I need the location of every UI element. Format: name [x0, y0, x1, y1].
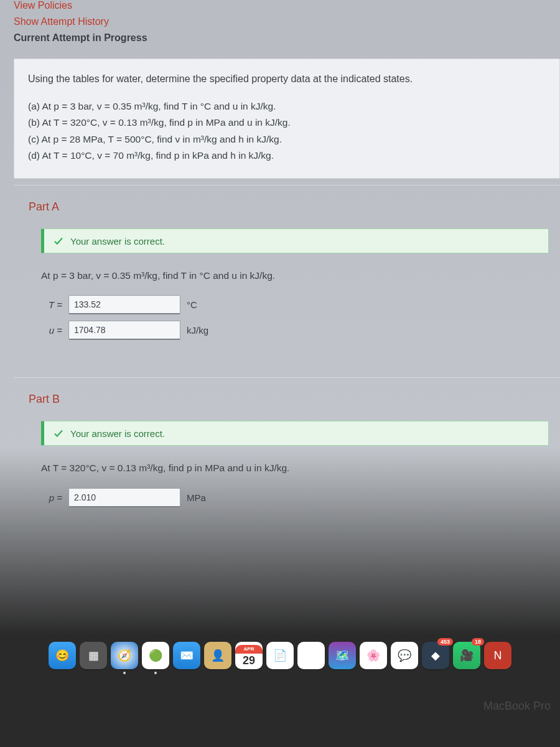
input-T[interactable]	[68, 295, 180, 314]
chrome-icon[interactable]: 🟢	[142, 642, 169, 669]
part-a-prompt: At p = 3 bar, v = 0.35 m³/kg, find T in …	[41, 268, 549, 283]
contacts-icon[interactable]: 👤	[204, 642, 231, 669]
var-label-u: u =	[41, 325, 62, 336]
calendar-month: APR	[235, 645, 263, 654]
part-a-row-u: u = kJ/kg	[41, 321, 549, 340]
unit-u: kJ/kg	[187, 325, 208, 336]
part-b-row-p: p = MPa	[41, 488, 549, 507]
question-intro: Using the tables for water, determine th…	[28, 72, 546, 87]
macbook-label: MacBook Pro	[483, 700, 551, 713]
show-attempt-link[interactable]: Show Attempt History	[14, 16, 548, 27]
question-line-b: (b) At T = 320°C, v = 0.13 m³/kg, find p…	[28, 115, 546, 129]
part-a-title[interactable]: Part A	[29, 200, 549, 214]
badge-facetime: 18	[472, 638, 484, 646]
unit-p: MPa	[187, 492, 206, 503]
feedback-text: Your answer is correct.	[70, 236, 165, 247]
question-panel: Using the tables for water, determine th…	[14, 59, 560, 179]
part-b-title[interactable]: Part B	[29, 393, 549, 406]
feedback-text: Your answer is correct.	[70, 428, 165, 439]
facetime-icon[interactable]: 🎥18	[453, 642, 480, 669]
question-line-d: (d) At T = 10°C, v = 70 m³/kg, find p in…	[28, 148, 546, 162]
safari-icon[interactable]: 🧭	[111, 642, 138, 669]
input-p[interactable]	[68, 488, 180, 507]
reminders-icon[interactable]: ☰	[297, 642, 325, 669]
part-a-feedback: Your answer is correct.	[41, 228, 549, 253]
mail-icon[interactable]: ✉️	[173, 642, 200, 669]
part-b-prompt: At T = 320°C, v = 0.13 m³/kg, find p in …	[41, 461, 549, 475]
part-a-block: Part A Your answer is correct. At p = 3 …	[14, 185, 560, 371]
input-u[interactable]	[68, 321, 180, 340]
calendar-day: 29	[243, 654, 255, 666]
messages-icon[interactable]: 💬	[391, 642, 418, 669]
calendar-icon[interactable]: APR 29	[235, 642, 263, 669]
photos-icon[interactable]: 🌸	[360, 642, 387, 669]
var-label-p: p =	[41, 492, 62, 503]
inkscape-icon[interactable]: ◆453	[422, 642, 449, 669]
macos-dock: 😊 ▦ 🧭 🟢 ✉️ 👤 APR 29 📄 ☰ 🗺️ 🌸 💬 ◆453 🎥18 …	[0, 631, 560, 669]
check-icon	[53, 428, 64, 439]
notes-icon[interactable]: 📄	[266, 642, 294, 669]
app-red-icon[interactable]: N	[484, 642, 511, 669]
maps-icon[interactable]: 🗺️	[329, 642, 356, 669]
view-policies-link[interactable]: View Policies	[14, 0, 548, 11]
question-line-a: (a) At p = 3 bar, v = 0.35 m³/kg, find T…	[28, 99, 546, 113]
part-b-block: Part B Your answer is correct. At T = 32…	[14, 377, 560, 538]
question-line-c: (c) At p = 28 MPa, T = 500°C, find v in …	[28, 132, 546, 146]
var-label-T: T =	[41, 299, 62, 310]
finder-icon[interactable]: 😊	[49, 642, 76, 669]
launchpad-icon[interactable]: ▦	[80, 642, 107, 669]
badge-inkscape: 453	[437, 638, 453, 646]
part-b-feedback: Your answer is correct.	[41, 421, 549, 446]
current-attempt-label: Current Attempt in Progress	[14, 32, 548, 44]
check-icon	[53, 235, 64, 247]
unit-T: °C	[187, 299, 197, 310]
part-a-row-T: T = °C	[41, 295, 549, 314]
